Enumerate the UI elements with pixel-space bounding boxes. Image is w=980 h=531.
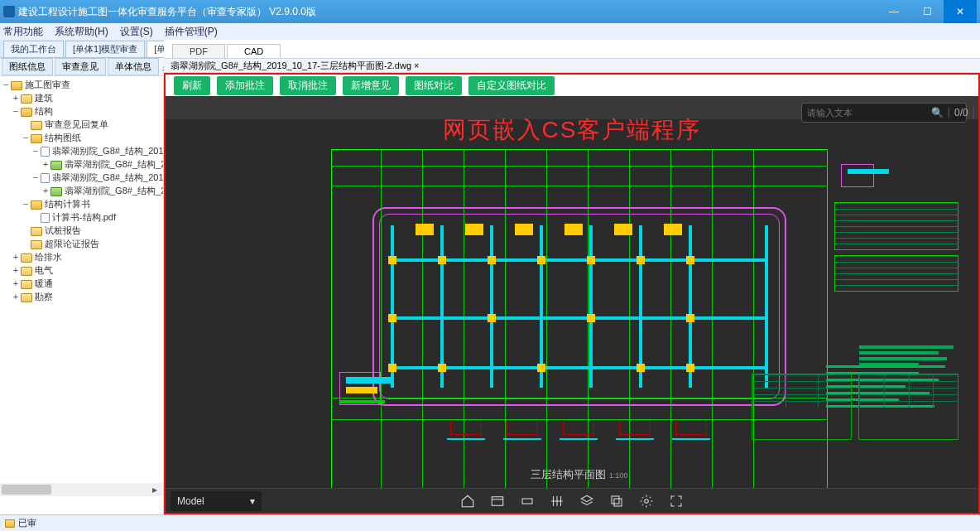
tree-root-label: 施工图审查 xyxy=(25,80,70,89)
document-format-tabs: PDF CAD xyxy=(164,40,980,58)
overlay-headline: 网页嵌入CS客户端程序 xyxy=(443,114,702,146)
svg-point-4 xyxy=(645,499,649,503)
svg-rect-2 xyxy=(614,499,622,506)
tree-node[interactable]: +翡翠湖别院_G8#_结构_2019_10_1 xyxy=(2,184,163,197)
panel-tab-review-opinion[interactable]: 审查意见 xyxy=(55,58,106,75)
refresh-button[interactable]: 刷新 xyxy=(174,76,210,95)
svg-rect-3 xyxy=(612,496,619,504)
tree-node[interactable]: −结构图纸 xyxy=(2,131,163,144)
fit-icon[interactable] xyxy=(520,494,535,509)
model-space-dropdown[interactable]: Model▾ xyxy=(171,491,262,511)
panel-tab-body-info[interactable]: 单体信息 xyxy=(108,58,159,75)
file-strip: 翡翠湖别院_G8#_结构_2019_10_17-三层结构平面图-2.dwg × xyxy=(164,58,980,73)
menu-help[interactable]: 系统帮助(H) xyxy=(55,25,108,39)
menu-common[interactable]: 常用功能 xyxy=(3,25,43,39)
settings-icon[interactable] xyxy=(639,494,654,509)
menu-settings[interactable]: 设置(S) xyxy=(120,25,153,39)
tree-node[interactable]: +电气 xyxy=(2,263,163,277)
tab-pdf[interactable]: PDF xyxy=(172,44,225,58)
menu-plugins[interactable]: 插件管理(P) xyxy=(165,25,218,39)
lower-right-tables xyxy=(752,374,958,440)
status-folder-icon xyxy=(5,519,15,528)
tree-node[interactable]: 审查意见回复单 xyxy=(2,118,163,131)
tab-my-desk[interactable]: 我的工作台 xyxy=(3,41,64,57)
drawing-caption: 三层结构平面图 1:100 xyxy=(531,467,627,482)
search-input[interactable] xyxy=(802,108,926,118)
stage: 刷新 添加批注 取消批注 新增意见 图纸对比 自定义图纸对比 网页嵌入CS客户端… xyxy=(164,73,980,514)
tree-node[interactable]: +翡翠湖别院_G8#_结构_2019_10_1 xyxy=(2,157,163,171)
tree-node[interactable]: −结构 xyxy=(2,104,163,118)
tab-cad[interactable]: CAD xyxy=(227,44,281,58)
tree-node[interactable]: −翡翠湖别院_G8#_结构_2019_10_17-三 xyxy=(2,144,163,157)
minimize-button[interactable]: — xyxy=(877,0,910,23)
model-label: Model xyxy=(177,495,204,507)
svg-rect-0 xyxy=(492,496,503,505)
menu-bar: 常用功能 系统帮助(H) 设置(S) 插件管理(P) xyxy=(0,23,980,40)
tree-root[interactable]: −施工图审查 xyxy=(2,78,163,91)
tree-node[interactable]: +勘察 xyxy=(2,290,163,303)
tree-pane: −施工图审查 +建筑 −结构 审查意见回复单 −结构图纸 −翡翠湖别院_G8#_… xyxy=(0,76,164,514)
schedule-panel xyxy=(834,162,958,297)
action-bar: 刷新 添加批注 取消批注 新增意见 图纸对比 自定义图纸对比 xyxy=(166,75,978,96)
compare-drawings-button[interactable]: 图纸对比 xyxy=(406,76,462,95)
maximize-button[interactable]: ☐ xyxy=(910,0,944,23)
tree-horizontal-scrollbar[interactable]: ▸ xyxy=(0,483,162,496)
copy-icon[interactable] xyxy=(609,494,624,509)
panel-tab-drawing-info[interactable]: 图纸信息 xyxy=(2,58,53,75)
tree-node[interactable]: +建筑 xyxy=(2,91,163,104)
window-select-icon[interactable] xyxy=(490,494,505,509)
search-icon[interactable]: 🔍 xyxy=(926,107,949,118)
window-titlebar: 建设工程设计施工图一体化审查服务平台（审查专家版） V2.9.0.0版 — ☐ … xyxy=(0,0,980,23)
scroll-right-arrow-icon[interactable]: ▸ xyxy=(149,483,161,496)
chevron-down-icon: ▾ xyxy=(250,495,255,507)
close-button[interactable]: ✕ xyxy=(944,0,977,23)
tree-node[interactable]: +暖通 xyxy=(2,277,163,290)
tree-node[interactable]: 计算书-结构.pdf xyxy=(2,210,163,224)
cad-viewport[interactable]: 网页嵌入CS客户端程序 🔍 0/0 ˄ ˅ xyxy=(166,96,978,513)
search-box[interactable]: 🔍 0/0 ˄ ˅ xyxy=(801,103,967,123)
tree-node[interactable]: −翡翠湖别院_G8#_结构_2019_10_17-四 xyxy=(2,171,163,184)
cad-bottom-bar: Model▾ xyxy=(166,488,978,513)
tree-node[interactable]: 试桩报告 xyxy=(2,224,163,237)
search-prev-icon[interactable]: ˄ xyxy=(974,107,978,118)
new-opinion-button[interactable]: 新增意见 xyxy=(343,76,399,95)
open-file-name[interactable]: 翡翠湖别院_G8#_结构_2019_10_17-三层结构平面图-2.dwg × xyxy=(171,60,419,72)
tree-node[interactable]: 超限论证报告 xyxy=(2,237,163,250)
content-area: PDF CAD 翡翠湖别院_G8#_结构_2019_10_17-三层结构平面图-… xyxy=(164,76,980,514)
tree-node[interactable]: −结构计算书 xyxy=(2,197,163,210)
custom-compare-button[interactable]: 自定义图纸对比 xyxy=(468,76,555,95)
scrollbar-thumb[interactable] xyxy=(2,485,51,495)
corner-detail xyxy=(339,372,414,430)
layers-icon[interactable] xyxy=(579,494,594,509)
tree-node[interactable]: +给排水 xyxy=(2,250,163,263)
align-icon[interactable] xyxy=(550,494,564,509)
home-icon[interactable] xyxy=(460,494,475,509)
svg-rect-1 xyxy=(522,499,532,504)
app-icon xyxy=(3,6,15,17)
tab-model-review[interactable]: [单体1]模型审查 xyxy=(65,41,145,57)
cancel-annotation-button[interactable]: 取消批注 xyxy=(280,76,336,95)
status-text: 已审 xyxy=(18,517,36,529)
add-annotation-button[interactable]: 添加批注 xyxy=(217,76,273,95)
window-title: 建设工程设计施工图一体化审查服务平台（审查专家版） V2.9.0.0版 xyxy=(18,5,877,19)
search-count: 0/0 xyxy=(949,107,974,118)
fullscreen-icon[interactable] xyxy=(669,494,684,509)
status-bar: 已审 xyxy=(0,514,980,531)
